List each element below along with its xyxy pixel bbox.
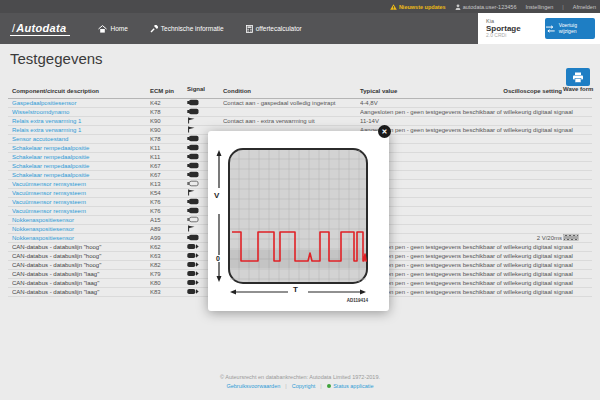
condition-value: Contact aan - gaspedaal volledig ingetra…: [223, 100, 358, 107]
signal-battery-icon: [187, 198, 199, 205]
component-link[interactable]: Schakelaar rempedaalpositie: [12, 154, 148, 161]
ecm-pin-value: K90: [150, 127, 182, 134]
change-vehicle-button[interactable]: Voertuig wijzigen: [545, 18, 595, 39]
autodata-logo[interactable]: /Autodata: [10, 22, 70, 36]
ecm-pin-value: K80: [150, 280, 182, 287]
ecm-pin-value: K78: [150, 109, 182, 116]
page-title: Testgegevens: [10, 50, 103, 67]
ecm-pin-value: K13: [150, 181, 182, 188]
ecm-pin-value: K76: [150, 199, 182, 206]
terms-link[interactable]: Gebruiksvoorwaarden: [226, 383, 280, 389]
copyright-link[interactable]: Copyright: [292, 383, 316, 389]
signal-battery-icon: [187, 153, 199, 160]
typical-value: Aangesloten pen - geen testgegevens besc…: [360, 244, 590, 251]
user-menu[interactable]: autodata.user-123456: [455, 4, 517, 10]
ecm-pin-value: K62: [150, 244, 182, 251]
table-row: WisselstroomdynamoK78Aangesloten pen - g…: [8, 108, 592, 117]
component-link: CAN-databus - databuslijn "hoog": [12, 262, 148, 269]
ecm-pin-value: K54: [150, 190, 182, 197]
component-link[interactable]: Schakelaar rempedaalpositie: [12, 163, 148, 170]
figure-code: AD119414: [347, 298, 368, 303]
signal-battery-icon: [187, 162, 199, 169]
main-nav-items: Home Technische informatie offertecalcul…: [98, 25, 301, 33]
ecm-pin-value: A89: [150, 226, 182, 233]
ecm-pin-value: A99: [150, 235, 182, 242]
column-header: Component/circuit description: [12, 88, 148, 94]
condition-value: Contact aan - extra verwarming uit: [223, 118, 358, 125]
component-link[interactable]: Vacuümsensor remsysteem: [12, 199, 148, 206]
component-link[interactable]: Nokkenaspositiesensor: [12, 217, 148, 224]
username-label: autodata.user-123456: [463, 4, 517, 10]
table-header-row: Component/circuit descriptionECM pinSign…: [8, 86, 592, 99]
ecm-pin-value: K82: [150, 262, 182, 269]
status-link[interactable]: Status applicatie: [327, 383, 374, 389]
strip-divider: |: [562, 4, 563, 10]
transfer-arrows-icon: [545, 25, 556, 33]
signal-connector-icon: [187, 243, 199, 250]
ecm-pin-value: K11: [150, 145, 182, 152]
component-link: CAN-databus - databuslijn "hoog": [12, 244, 148, 251]
column-header: Condition: [223, 88, 358, 94]
waveform-thumbnail-icon[interactable]: [563, 234, 579, 241]
table-row: GaspedaalpositiesensorK42Contact aan - g…: [8, 99, 592, 108]
nav-item-offertecalculator[interactable]: offertecalculator: [246, 25, 302, 33]
signal-battery-icon: [187, 135, 199, 142]
signal-connector-icon: [187, 252, 199, 259]
typical-value: Aangesloten pen - geen testgegevens besc…: [360, 289, 590, 296]
component-link[interactable]: Gaspedaalpositiesensor: [12, 100, 148, 107]
component-link[interactable]: Wisselstroomdynamo: [12, 109, 148, 116]
footer-divider: |: [285, 383, 286, 389]
updates-label: Nieuwste updates: [399, 4, 446, 10]
signal-battery-icon: [187, 171, 199, 178]
page-footer: © Auteursrecht en databankrechten: Autod…: [0, 374, 600, 389]
ecm-pin-value: K83: [150, 289, 182, 296]
settings-link[interactable]: Instellingen: [525, 4, 553, 10]
warning-icon: [390, 4, 397, 10]
signal-battery-outline-icon: [187, 216, 199, 223]
signal-connector-icon: [187, 288, 199, 295]
updates-link[interactable]: Nieuwste updates: [390, 4, 446, 10]
component-link[interactable]: Relais extra verwarming 1: [12, 127, 148, 134]
ecm-pin-value: K11: [150, 154, 182, 161]
signal-battery-icon: [187, 144, 199, 151]
calculator-icon: [246, 25, 253, 33]
nav-item-home[interactable]: Home: [98, 25, 127, 33]
component-link[interactable]: Vacuümsensor remsysteem: [12, 181, 148, 188]
component-link[interactable]: Relais extra verwarming 1: [12, 118, 148, 125]
footer-divider: |: [320, 383, 321, 389]
component-link[interactable]: Nokkenaspositiesensor: [12, 226, 148, 233]
close-icon[interactable]: ✕: [378, 125, 391, 138]
print-button[interactable]: [566, 68, 590, 86]
v-axis-arrow: [213, 148, 225, 284]
signal-flag-icon: [187, 126, 199, 133]
component-link: CAN-databus - databuslijn "laag": [12, 271, 148, 278]
signal-battery-icon: [187, 234, 199, 241]
ecm-pin-value: K76: [150, 208, 182, 215]
waveform-cell[interactable]: [563, 234, 592, 243]
vehicle-panel: Kia Sportage 2.0 CRDi Voertuig wijzigen: [478, 13, 600, 44]
component-link[interactable]: Schakelaar rempedaalpositie: [12, 172, 148, 179]
signal-connector-icon: [187, 261, 199, 268]
signal-flag-icon: [187, 189, 199, 196]
status-dot-icon: [327, 384, 332, 389]
change-vehicle-label: Voertuig wijzigen: [559, 23, 595, 35]
component-link[interactable]: Schakelaar rempedaalpositie: [12, 145, 148, 152]
signal-battery-icon: [187, 99, 199, 106]
component-link[interactable]: Nokkenaspositiesensor: [12, 235, 148, 242]
vehicle-info: Kia Sportage 2.0 CRDi: [486, 18, 521, 39]
typical-value: Aangesloten pen - geen testgegevens besc…: [360, 271, 590, 278]
oscilloscope-setting-value: 2 V/20ms: [502, 235, 562, 242]
waveform-modal: ✕ V 0 T AD119414: [208, 131, 389, 311]
component-link[interactable]: Vacuümsensor remsysteem: [12, 190, 148, 197]
component-link: CAN-databus - databuslijn "laag": [12, 289, 148, 296]
nav-item-technische-informatie[interactable]: Technische informatie: [150, 25, 224, 33]
component-link[interactable]: Vacuümsensor remsysteem: [12, 208, 148, 215]
wrench-icon: [150, 25, 158, 33]
printer-icon: [572, 72, 584, 83]
signal-battery-outline-icon: [187, 180, 199, 187]
logout-link[interactable]: Afmelden: [573, 4, 596, 10]
component-link[interactable]: Sensor accutoestand: [12, 136, 148, 143]
footer-links: Gebruiksvoorwaarden | Copyright | Status…: [0, 383, 600, 389]
ecm-pin-value: K67: [150, 163, 182, 170]
signal-connector-icon: [187, 279, 199, 286]
